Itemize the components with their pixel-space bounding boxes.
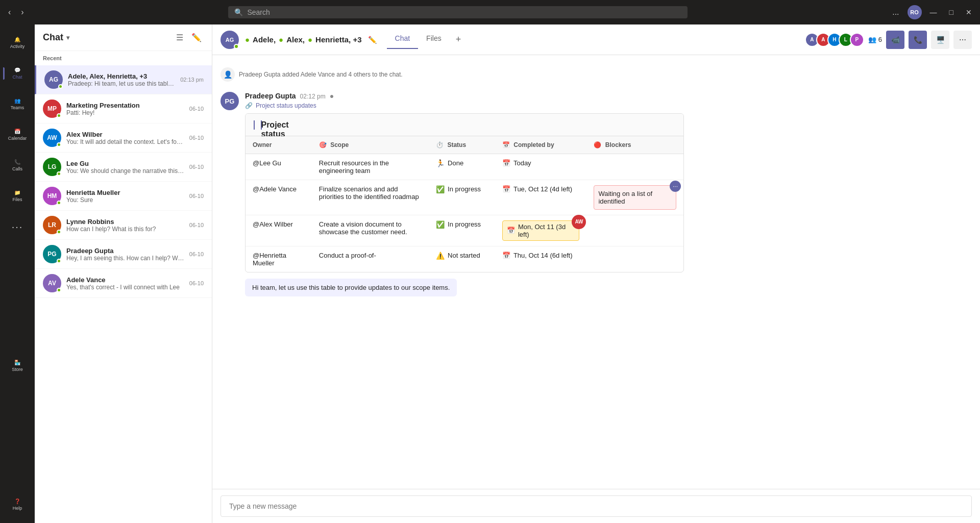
edit-participants-icon[interactable]: ✏️ — [368, 36, 377, 44]
sidebar-item-teams[interactable]: 👥 Teams — [3, 90, 32, 118]
table-card: Project status updates Owner — [245, 113, 684, 272]
completed-cell-2: 📅 Tue, Oct 12 (4d left) — [502, 185, 580, 193]
table-header-row: Owner 🎯 Scope ⏱️ Status — [246, 136, 683, 154]
blockers-highlight-2: ··· Waiting on a list of identified — [594, 185, 676, 210]
chat-name: Henrietta Mueller — [66, 189, 184, 196]
sidebar-item-files[interactable]: 📁 Files — [3, 182, 32, 210]
filter-button[interactable]: ☰ — [174, 31, 185, 44]
chat-content: Henrietta Mueller You: Sure — [66, 189, 184, 204]
status-icon: ⏱️ — [436, 141, 444, 148]
chat-name: Marketing Presentation — [66, 102, 184, 109]
messages-area: 👤 Pradeep Gupta added Adele Vance and 4 … — [212, 55, 980, 489]
minimize-button[interactable]: — — [926, 6, 941, 18]
adele-dot: ● — [245, 35, 250, 44]
col-header-completed: 📅 Completed by — [495, 136, 587, 154]
sidebar-item-activity[interactable]: 🔔 Activity — [3, 29, 32, 57]
calendar-cell-icon-2: 📅 — [502, 185, 510, 193]
title-bar-left: ‹ › — [4, 6, 28, 19]
cell-completed-2: 📅 Tue, Oct 12 (4d left) — [495, 180, 587, 215]
sidebar-item-store[interactable]: 🏪 Store — [3, 352, 32, 380]
teams-icon: 👥 — [14, 98, 20, 104]
maximize-button[interactable]: □ — [945, 6, 958, 18]
search-icon: 🔍 — [234, 8, 243, 16]
calendar-cell-icon-3: 📅 — [507, 227, 515, 234]
help-icon: ❓ — [14, 499, 20, 504]
chat-meta: 06-10 — [189, 280, 204, 286]
message-header: Pradeep Gupta 02:12 pm ● — [245, 92, 972, 100]
cell-blockers-2: ··· Waiting on a list of identified — [586, 180, 683, 215]
chat-meta: 06-10 — [189, 193, 204, 199]
system-message: 👤 Pradeep Gupta added Adele Vance and 4 … — [220, 63, 972, 86]
new-chat-button[interactable]: ✏️ — [189, 31, 204, 44]
chat-list-actions: ☰ ✏️ — [174, 31, 204, 44]
activity-icon: 🔔 — [14, 37, 20, 42]
sidebar-item-calls[interactable]: 📞 Calls — [3, 151, 32, 180]
chat-name: Alex Wilber — [66, 131, 184, 138]
chat-content: Adele, Alex, Henrietta, +3 Pradeep: Hi t… — [68, 72, 175, 87]
people-icon: 👥 — [868, 36, 876, 43]
chat-time: 06-10 — [189, 164, 204, 170]
calendar-cell-icon-1: 📅 — [502, 159, 510, 167]
blockers-expand-button[interactable]: ··· — [670, 181, 681, 192]
title-bar: ‹ › 🔍 Search ... RO — □ ✕ — [0, 0, 980, 24]
screen-share-button[interactable]: 🖥️ — [931, 31, 949, 49]
chat-time: 06-10 — [189, 106, 204, 112]
chat-item-pradeep[interactable]: PG Pradeep Gupta Hey, I am seeing this. … — [35, 240, 212, 269]
sidebar-item-chat[interactable]: 💬 Chat — [3, 59, 32, 88]
cell-owner-3: @Alex Wilber — [246, 215, 312, 246]
chat-item-marketing[interactable]: MP Marketing Presentation Patti: Hey! 06… — [35, 94, 212, 123]
presence-dot — [57, 142, 61, 147]
chat-item-alex[interactable]: AW Alex Wilber You: It will add detail t… — [35, 123, 212, 153]
sidebar-item-more[interactable]: ··· — [3, 212, 32, 241]
back-button[interactable]: ‹ — [4, 6, 15, 19]
search-bar[interactable]: 🔍 Search — [228, 6, 688, 18]
presence-dot — [57, 171, 61, 176]
more-options-button[interactable]: ... — [888, 6, 903, 19]
chat-preview: You: Sure — [66, 196, 184, 204]
message-input-area — [212, 489, 980, 523]
cell-status-1: 🏃 Done — [429, 154, 495, 180]
chat-avatar: AG — [44, 70, 63, 89]
message-time: 02:12 pm — [300, 93, 326, 100]
sidebar-item-help[interactable]: ❓ Help — [3, 490, 32, 519]
chat-meta: 06-10 — [189, 106, 204, 112]
chat-avatar: MP — [43, 99, 61, 118]
chat-time: 06-10 — [189, 251, 204, 257]
cell-scope-1: Recruit resources in the engineering tea… — [312, 154, 429, 180]
chat-item-adele[interactable]: AV Adele Vance Yes, that's correct - I w… — [35, 269, 212, 298]
inprogress-icon-2: ✅ — [436, 185, 445, 193]
more-actions-button[interactable]: ⋯ — [953, 31, 972, 49]
cell-status-2: ✅ In progress — [429, 180, 495, 215]
chat-content: Pradeep Gupta Hey, I am seeing this. How… — [66, 247, 184, 262]
chat-item-group1[interactable]: AG Adele, Alex, Henrietta, +3 Pradeep: H… — [35, 65, 212, 94]
sidebar: 🔔 Activity 💬 Chat 👥 Teams 📅 Calendar 📞 C… — [0, 24, 35, 523]
tab-files[interactable]: Files — [418, 30, 450, 49]
completed-cell-1: 📅 Today — [502, 159, 580, 167]
message-input[interactable] — [220, 495, 972, 517]
sidebar-item-calendar[interactable]: 📅 Calendar — [3, 120, 32, 149]
chat-item-lynne[interactable]: LR Lynne Robbins How can I help? What is… — [35, 211, 212, 240]
video-call-button[interactable]: 📹 — [886, 31, 904, 49]
table-row: @Alex Wilber Create a vision document to… — [246, 215, 683, 246]
chat-time: 06-10 — [189, 222, 204, 228]
chat-preview: Yes, that's correct - I will connect wit… — [66, 284, 184, 291]
tab-chat[interactable]: Chat — [387, 30, 419, 49]
more-icon: ··· — [12, 221, 23, 233]
chat-list-panel: Chat ▾ ☰ ✏️ Recent AG Adele, Alex, Henri… — [35, 24, 212, 523]
chat-main: AG ● Adele, ● Alex, ● Henrietta, +3 ✏️ C… — [212, 24, 980, 523]
chat-content: Adele Vance Yes, that's correct - I will… — [66, 276, 184, 291]
forward-button[interactable]: › — [17, 6, 28, 19]
cell-completed-3: 📅 Mon, Oct 11 (3d left) AW — [495, 215, 587, 246]
chat-preview: Pradeep: Hi team, let us use this table … — [68, 80, 175, 87]
chat-item-leegu[interactable]: LG Lee Gu You: We should change the narr… — [35, 153, 212, 182]
table-body: @Lee Gu Recruit resources in the enginee… — [246, 154, 683, 272]
add-tab-button[interactable]: + — [450, 30, 468, 49]
table-row: @Lee Gu Recruit resources in the enginee… — [246, 154, 683, 180]
project-link[interactable]: 🔗 Project status updates — [245, 102, 972, 109]
close-button[interactable]: ✕ — [962, 6, 976, 18]
chat-item-henrietta[interactable]: HM Henrietta Mueller You: Sure 06-10 — [35, 182, 212, 211]
henrietta-dot: ● — [308, 35, 312, 44]
chat-content: Lynne Robbins How can I help? What is th… — [66, 218, 184, 233]
audio-call-button[interactable]: 📞 — [909, 31, 927, 49]
chat-participants: ● Adele, ● Alex, ● Henrietta, +3 — [245, 35, 362, 44]
